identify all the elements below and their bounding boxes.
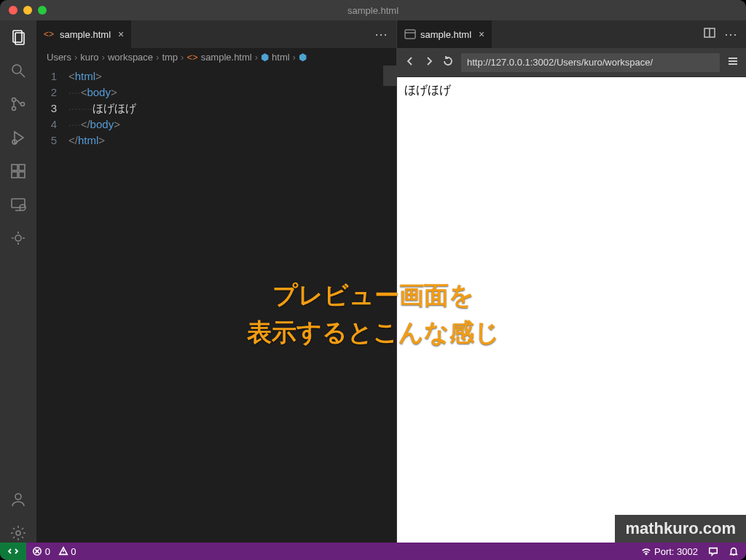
- tab-preview-sample-html[interactable]: sample.html ×: [397, 20, 492, 48]
- line-number: 2: [36, 84, 57, 100]
- svg-rect-12: [19, 172, 25, 178]
- code-lines: <html> ····<body> ········ほげほげ ····</bod…: [68, 66, 396, 543]
- more-actions-icon[interactable]: ⋯: [374, 26, 389, 42]
- close-tab-icon[interactable]: ×: [479, 28, 484, 40]
- line-number-gutter: 1 2 3 4 5: [36, 66, 68, 543]
- extensions-icon[interactable]: [9, 162, 28, 181]
- warning-count: 0: [71, 546, 76, 557]
- more-actions-icon[interactable]: ⋯: [724, 26, 739, 42]
- remote-explorer-icon[interactable]: [9, 195, 28, 214]
- crumb[interactable]: tmp: [162, 52, 178, 63]
- feedback-icon[interactable]: [708, 546, 718, 557]
- line-number: 3: [36, 100, 57, 117]
- run-debug-icon[interactable]: [9, 128, 28, 147]
- code-line: ····<body>: [68, 84, 396, 100]
- editor-groups: <> sample.html × ⋯ Users › kuro › worksp…: [36, 20, 746, 543]
- settings-gear-icon[interactable]: [9, 524, 28, 543]
- problems-status[interactable]: 0 0: [32, 546, 76, 557]
- menu-icon[interactable]: [727, 55, 739, 70]
- tab-label: sample.html: [420, 29, 471, 40]
- search-icon[interactable]: [9, 61, 28, 80]
- html-file-icon: <>: [186, 52, 197, 63]
- reload-icon[interactable]: [442, 55, 454, 70]
- svg-rect-10: [19, 165, 25, 170]
- chevron-right-icon: ›: [293, 52, 296, 63]
- main-area: <> sample.html × ⋯ Users › kuro › worksp…: [0, 20, 746, 543]
- port-label: Port:: [654, 546, 674, 557]
- svg-point-6: [21, 103, 25, 106]
- chevron-right-icon: ›: [255, 52, 258, 63]
- html-file-icon: <>: [44, 28, 55, 40]
- preview-url-bar[interactable]: http://127.0.0.1:3002/Users/kuro/workspa…: [461, 53, 720, 72]
- chevron-right-icon: ›: [181, 52, 184, 63]
- status-bar: 0 0 Port: 3002: [0, 543, 746, 560]
- preview-body: ほげほげ: [397, 77, 746, 543]
- forward-icon[interactable]: [423, 55, 435, 70]
- chevron-right-icon: ›: [156, 52, 159, 63]
- code-line: ····</body>: [68, 117, 396, 133]
- svg-rect-9: [12, 165, 17, 170]
- tab-label: sample.html: [60, 29, 111, 40]
- preview-content: ほげほげ: [404, 84, 451, 96]
- chevron-right-icon: ›: [102, 52, 105, 63]
- editor-pane-source: <> sample.html × ⋯ Users › kuro › worksp…: [36, 20, 397, 543]
- svg-point-4: [12, 98, 16, 102]
- crumb[interactable]: kuro: [80, 52, 98, 63]
- preview-icon: [404, 28, 416, 40]
- symbol-icon: ⬢: [299, 52, 307, 63]
- svg-rect-20: [405, 30, 415, 39]
- crumb[interactable]: workspace: [108, 52, 153, 63]
- svg-marker-7: [15, 132, 23, 143]
- tab-sample-html[interactable]: <> sample.html ×: [36, 20, 132, 48]
- svg-point-18: [16, 531, 20, 535]
- explorer-icon[interactable]: [9, 28, 28, 47]
- svg-point-5: [12, 107, 16, 111]
- symbol-icon: ⬢: [261, 52, 269, 63]
- code-line: <html>: [68, 68, 396, 84]
- back-icon[interactable]: [404, 55, 416, 70]
- code-line: </html>: [68, 133, 396, 149]
- crumb[interactable]: Users: [47, 52, 71, 63]
- titlebar: sample.html: [0, 0, 746, 20]
- editor-pane-preview: sample.html × ⋯ http://127.0.0.1:3002/Us…: [397, 20, 746, 543]
- svg-point-32: [645, 553, 647, 554]
- svg-point-17: [15, 494, 21, 500]
- svg-text:<>: <>: [44, 29, 54, 39]
- breadcrumbs[interactable]: Users › kuro › workspace › tmp › <> samp…: [36, 48, 396, 66]
- live-share-icon[interactable]: [9, 229, 28, 248]
- tab-actions-left: ⋯: [367, 20, 396, 48]
- split-editor-icon[interactable]: [704, 27, 715, 42]
- svg-point-2: [12, 65, 21, 74]
- code-editor[interactable]: 1 2 3 4 5 <html> ····<body> ········ほげほげ…: [36, 66, 396, 543]
- svg-rect-11: [12, 172, 17, 178]
- live-server-port[interactable]: Port: 3002: [641, 546, 698, 557]
- svg-point-16: [15, 235, 21, 241]
- close-tab-icon[interactable]: ×: [118, 28, 124, 40]
- source-control-icon[interactable]: [9, 95, 28, 114]
- tabs-left: <> sample.html × ⋯: [36, 20, 396, 48]
- port-value: 3002: [677, 546, 698, 557]
- accounts-icon[interactable]: [9, 490, 28, 509]
- remote-indicator[interactable]: [0, 543, 26, 560]
- tab-actions-right: ⋯: [696, 20, 746, 48]
- error-count: 0: [45, 546, 50, 557]
- bell-icon[interactable]: [729, 546, 739, 557]
- line-number: 1: [36, 68, 57, 84]
- vscode-window: sample.html <> sample.html: [0, 0, 746, 560]
- svg-line-3: [20, 73, 25, 77]
- crumb[interactable]: html: [272, 52, 290, 63]
- tabs-right: sample.html × ⋯: [397, 20, 746, 48]
- preview-toolbar: http://127.0.0.1:3002/Users/kuro/workspa…: [397, 48, 746, 77]
- chevron-right-icon: ›: [74, 52, 77, 63]
- svg-rect-13: [12, 199, 25, 208]
- code-line: ········ほげほげ: [68, 100, 396, 117]
- activity-bar: [0, 20, 36, 543]
- window-title: sample.html: [0, 5, 746, 16]
- line-number: 4: [36, 117, 57, 133]
- crumb[interactable]: sample.html: [201, 52, 252, 63]
- line-number: 5: [36, 133, 57, 149]
- preview-url: http://127.0.0.1:3002/Users/kuro/workspa…: [467, 57, 653, 68]
